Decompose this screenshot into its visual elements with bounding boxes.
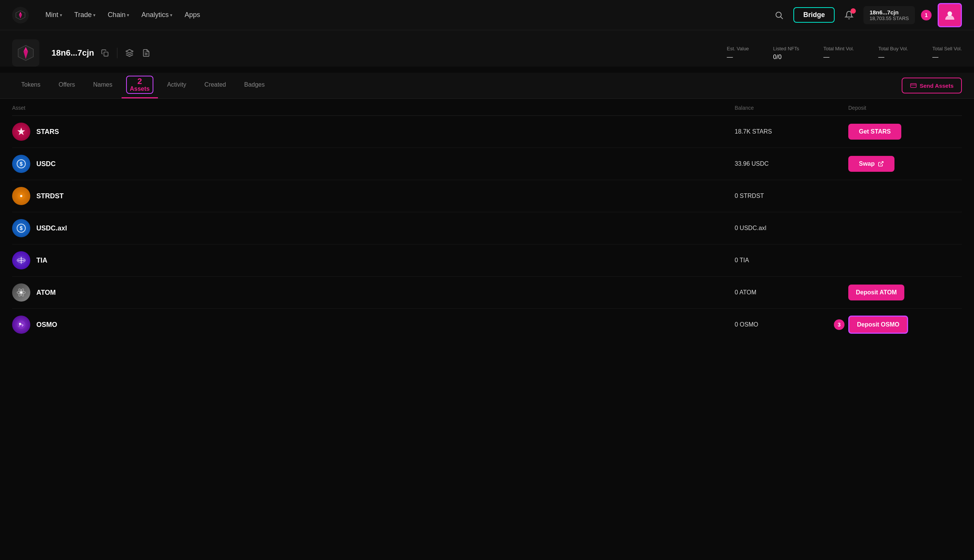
usdc-axl-icon: $ — [12, 219, 30, 237]
table-header: Asset Balance Deposit — [12, 99, 962, 116]
asset-label-strdst: STRDST — [36, 192, 63, 200]
tab-badges[interactable]: Badges — [235, 77, 274, 94]
nav-analytics[interactable]: Analytics ▾ — [137, 8, 177, 22]
profile-name: 18n6...7cjn — [52, 48, 94, 58]
stat-mint-label: Total Mint Vol. — [823, 46, 854, 52]
deposit-osmo-button[interactable]: Deposit OSMO — [848, 315, 908, 334]
tab-created[interactable]: Created — [195, 77, 235, 94]
deposit-stars: Get STARS — [848, 124, 962, 140]
balance-tia: 0 TIA — [735, 257, 848, 264]
svg-point-33 — [22, 325, 23, 327]
asset-name-cell: STRDST — [12, 187, 735, 205]
step1-badge: 1 — [921, 10, 932, 20]
profile-info: 18n6...7cjn — [52, 47, 152, 59]
strdst-icon — [12, 187, 30, 205]
asset-name-cell: $ USDC.axl — [12, 219, 735, 237]
svg-point-27 — [20, 292, 22, 293]
usdc-icon: $ — [12, 155, 30, 173]
asset-name-cell: $ USDC — [12, 155, 735, 173]
get-stars-button[interactable]: Get STARS — [848, 124, 901, 140]
wallet-balance: 18,703.55 STARS — [869, 15, 909, 21]
stat-listed-val: 0/0 — [773, 54, 782, 60]
tab-assets-label: Assets — [130, 85, 150, 92]
wallet-info[interactable]: 18n6...7cjn 18,703.55 STARS — [864, 6, 915, 24]
asset-name-cell: ATOM — [12, 283, 735, 302]
balance-stars: 18.7K STARS — [735, 128, 848, 135]
table-row: $ USDC 33.96 USDC Swap — [12, 148, 962, 180]
asset-label-osmo: OSMO — [36, 321, 57, 329]
stat-listed-label: Listed NFTs — [773, 46, 799, 52]
asset-name-cell: STARS — [12, 123, 735, 141]
table-row: ATOM 0 ATOM Deposit ATOM — [12, 277, 962, 309]
deposit-osmo: Deposit OSMO 3 — [848, 315, 962, 334]
navbar: Mint ▾ Trade ▾ Chain ▾ Analytics ▾ Apps … — [0, 0, 974, 30]
profile-stats: Est. Value — Listed NFTs 0/0 Total Mint … — [727, 46, 962, 60]
tab-tokens[interactable]: Tokens — [12, 77, 50, 94]
nav-mint[interactable]: Mint ▾ — [41, 8, 67, 22]
deposit-usdc: Swap — [848, 156, 962, 172]
nav-apps[interactable]: Apps — [180, 8, 204, 22]
tab-names[interactable]: Names — [84, 77, 122, 94]
chevron-down-icon: ▾ — [93, 12, 95, 18]
asset-label-stars: STARS — [36, 128, 59, 136]
stat-listed-nfts: Listed NFTs 0/0 — [773, 46, 799, 60]
svg-point-3 — [776, 12, 781, 17]
document-button[interactable] — [140, 47, 152, 59]
assets-badge: 2 — [130, 77, 150, 85]
chevron-down-icon: ▾ — [170, 12, 172, 18]
asset-label-tia: TIA — [36, 257, 47, 265]
notification-badge — [850, 8, 856, 13]
notification-button[interactable] — [841, 7, 857, 23]
svg-text:$: $ — [20, 161, 23, 167]
stat-est-value-label: Est. Value — [727, 46, 748, 52]
svg-line-17 — [880, 162, 883, 164]
tabs-bar: Tokens Offers Names 2 Assets Activity Cr… — [0, 73, 974, 99]
asset-label-atom: ATOM — [36, 289, 56, 297]
stat-buy-label: Total Buy Vol. — [878, 46, 908, 52]
stat-sell-vol: Total Sell Vol. — — [932, 46, 962, 60]
chevron-down-icon: ▾ — [127, 12, 129, 18]
th-asset: Asset — [12, 105, 735, 111]
deposit-atom-button[interactable]: Deposit ATOM — [848, 285, 904, 300]
th-balance: Balance — [735, 105, 848, 111]
assets-table: Asset Balance Deposit STARS 18.7K STARS … — [0, 99, 974, 340]
divider — [117, 48, 117, 58]
swap-button[interactable]: Swap — [848, 156, 894, 172]
nav-items: Mint ▾ Trade ▾ Chain ▾ Analytics ▾ Apps — [41, 8, 758, 22]
stars-icon — [12, 123, 30, 141]
settings-button[interactable] — [124, 47, 135, 59]
svg-line-4 — [781, 17, 783, 19]
osmo-icon — [12, 315, 30, 334]
table-row: $ USDC.axl 0 USDC.axl — [12, 212, 962, 245]
send-assets-button[interactable]: Send Assets — [902, 78, 962, 93]
profile-avatar — [12, 39, 39, 67]
profile-header: 18n6...7cjn Est — [0, 30, 974, 67]
balance-osmo: 0 OSMO — [735, 321, 848, 328]
stat-buy-vol: Total Buy Vol. — — [878, 46, 908, 60]
deposit-atom: Deposit ATOM — [848, 285, 962, 300]
svg-rect-12 — [911, 83, 916, 88]
logo[interactable] — [12, 7, 29, 23]
tab-offers[interactable]: Offers — [50, 77, 84, 94]
stat-mint-val: — — [823, 54, 829, 60]
search-button[interactable] — [771, 7, 787, 23]
bridge-button[interactable]: Bridge — [794, 7, 835, 23]
nav-trade[interactable]: Trade ▾ — [70, 8, 100, 22]
table-row: STRDST 0 STRDST — [12, 180, 962, 212]
tia-icon — [12, 251, 30, 269]
asset-label-usdc-axl: USDC.axl — [36, 224, 67, 232]
nav-chain[interactable]: Chain ▾ — [103, 8, 134, 22]
svg-rect-9 — [104, 52, 108, 57]
balance-atom: 0 ATOM — [735, 289, 848, 296]
balance-usdc-axl: 0 USDC.axl — [735, 225, 848, 232]
tab-assets[interactable]: 2 Assets — [122, 73, 158, 98]
svg-text:$: $ — [20, 225, 23, 231]
step3-badge: 3 — [834, 319, 844, 330]
tab-activity[interactable]: Activity — [158, 77, 195, 94]
chevron-down-icon: ▾ — [60, 12, 62, 18]
stat-est-value: Est. Value — — [727, 46, 748, 60]
copy-button[interactable] — [99, 47, 111, 59]
table-row: OSMO 0 OSMO Deposit OSMO 3 — [12, 309, 962, 340]
avatar-button[interactable] — [938, 3, 962, 27]
stat-sell-val: — — [932, 54, 938, 60]
